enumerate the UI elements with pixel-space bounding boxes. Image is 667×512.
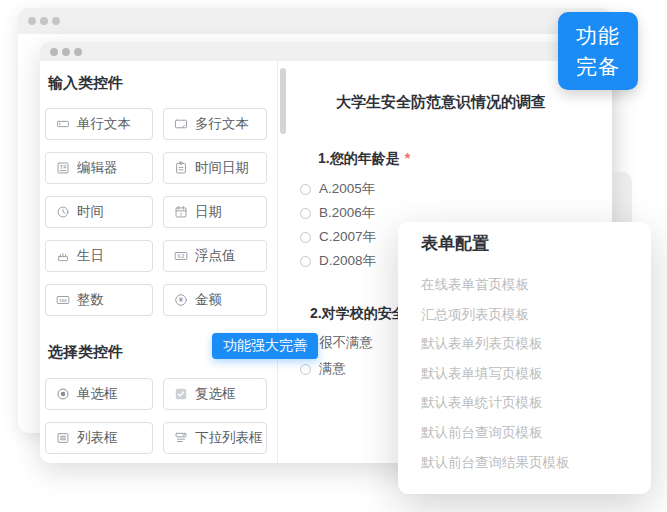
control-button-label: 浮点值	[195, 247, 236, 265]
question-2-option-2[interactable]: 满意	[300, 360, 346, 378]
control-button-integer[interactable]: 100 整数	[45, 284, 153, 316]
section-heading-input-controls: 输入类控件	[48, 74, 123, 93]
radio-button-icon[interactable]	[300, 364, 311, 375]
multi-line-text-icon	[174, 117, 188, 131]
window-dot-icon	[50, 48, 58, 56]
svg-text:0.2: 0.2	[178, 254, 185, 259]
control-button-label: 单选框	[77, 385, 118, 403]
config-template-item[interactable]: 默认表单填写页模板	[421, 359, 639, 389]
control-button-label: 金额	[195, 291, 222, 309]
question-1-option-c[interactable]: C.2007年	[300, 228, 376, 246]
listbox-icon	[56, 431, 70, 445]
control-button-label: 日期	[195, 203, 222, 221]
control-button-multi-line-text[interactable]: 多行文本	[163, 108, 267, 140]
editor-icon: T	[56, 161, 70, 175]
question-1-label: 1.您的年龄是*	[318, 150, 410, 168]
control-button-single-line-text[interactable]: 单行文本	[45, 108, 153, 140]
panel-divider	[277, 61, 278, 463]
radio-button-icon[interactable]	[300, 208, 311, 219]
background-window-titlebar	[18, 8, 612, 34]
money-icon: ¥	[174, 293, 188, 307]
config-template-item[interactable]: 默认前台查询页模板	[421, 418, 639, 448]
control-button-label: 复选框	[195, 385, 236, 403]
svg-text:7: 7	[180, 212, 183, 217]
control-button-time[interactable]: 时间	[45, 196, 153, 228]
radio-button-icon[interactable]	[300, 232, 311, 243]
svg-text:100: 100	[59, 298, 67, 303]
datetime-icon	[174, 161, 188, 175]
control-button-label: 编辑器	[77, 159, 118, 177]
window-dot-icon	[40, 17, 48, 25]
required-asterisk: *	[405, 150, 410, 166]
control-button-label: 时间日期	[195, 159, 249, 177]
control-button-birthday[interactable]: 生日	[45, 240, 153, 272]
question-2-label: 2.对学校的安全	[310, 305, 411, 323]
config-template-item[interactable]: 汇总项列表页模板	[421, 300, 639, 330]
question-1-option-a[interactable]: A.2005年	[300, 180, 375, 198]
option-label: A.2005年	[319, 180, 375, 198]
checkbox-icon	[174, 387, 188, 401]
badge-line: 完备	[576, 51, 620, 82]
control-button-label: 多行文本	[195, 115, 249, 133]
control-button-editor[interactable]: T 编辑器	[45, 152, 153, 184]
control-button-label: 生日	[77, 247, 104, 265]
feature-badge: 功能 完备	[558, 12, 638, 90]
window-dot-icon	[28, 17, 36, 25]
control-button-checkbox[interactable]: 复选框	[163, 378, 267, 410]
dropdown-icon	[174, 431, 188, 445]
config-template-item[interactable]: 默认前台查询结果页模板	[421, 448, 639, 478]
time-icon	[56, 205, 70, 219]
control-button-label: 整数	[77, 291, 104, 309]
question-1-option-d[interactable]: D.2008年	[300, 252, 376, 270]
section-heading-select-controls: 选择类控件	[48, 343, 123, 362]
integer-icon: 100	[56, 293, 70, 307]
date-icon: 7	[174, 205, 188, 219]
window-dot-icon	[74, 48, 82, 56]
control-button-datetime[interactable]: 时间日期	[163, 152, 267, 184]
control-button-label: 单行文本	[77, 115, 131, 133]
config-panel-title: 表单配置	[421, 232, 489, 255]
control-button-float-number[interactable]: 0.2 浮点值	[163, 240, 267, 272]
option-label: B.2006年	[319, 204, 375, 222]
app-canvas: 输入类控件 单行文本 多行文本 T 编辑器	[0, 0, 667, 512]
control-button-date[interactable]: 7 日期	[163, 196, 267, 228]
config-template-item[interactable]: 默认表单统计页模板	[421, 388, 639, 418]
window-dot-icon	[52, 17, 60, 25]
badge-line: 功能	[576, 20, 620, 51]
radio-button-icon[interactable]	[300, 184, 311, 195]
option-label: C.2007年	[319, 228, 376, 246]
birthday-icon	[56, 249, 70, 263]
option-label: D.2008年	[319, 252, 376, 270]
control-button-label: 列表框	[77, 429, 118, 447]
svg-text:T: T	[60, 164, 64, 170]
control-button-dropdown[interactable]: 下拉列表框	[163, 422, 267, 454]
option-label: 很不满意	[319, 334, 373, 352]
config-template-item[interactable]: 在线表单首页模板	[421, 270, 639, 300]
svg-text:¥: ¥	[179, 296, 184, 303]
control-button-label: 下拉列表框	[195, 429, 263, 447]
control-button-listbox[interactable]: 列表框	[45, 422, 153, 454]
select-controls-grid: 单选框 复选框 列表框 下拉列表框	[45, 378, 267, 454]
control-button-radio[interactable]: 单选框	[45, 378, 153, 410]
window-dot-icon	[62, 48, 70, 56]
control-button-money[interactable]: ¥ 金额	[163, 284, 267, 316]
control-button-label: 时间	[77, 203, 104, 221]
config-template-list: 在线表单首页模板 汇总项列表页模板 默认表单列表页模板 默认表单填写页模板 默认…	[421, 270, 639, 477]
form-title: 大学生安全防范意识情况的调查	[280, 93, 602, 112]
float-number-icon: 0.2	[174, 249, 188, 263]
option-label: 满意	[319, 360, 346, 378]
config-template-item[interactable]: 默认表单列表页模板	[421, 329, 639, 359]
single-line-text-icon	[56, 117, 70, 131]
input-controls-grid: 单行文本 多行文本 T 编辑器 时间日期	[45, 108, 267, 316]
feature-callout-button[interactable]: 功能强大完善	[212, 333, 318, 359]
radio-button-icon[interactable]	[300, 256, 311, 267]
form-window-titlebar	[40, 42, 612, 61]
question-1-option-b[interactable]: B.2006年	[300, 204, 375, 222]
form-config-panel: 表单配置 在线表单首页模板 汇总项列表页模板 默认表单列表页模板 默认表单填写页…	[398, 222, 651, 494]
radio-icon	[56, 387, 70, 401]
